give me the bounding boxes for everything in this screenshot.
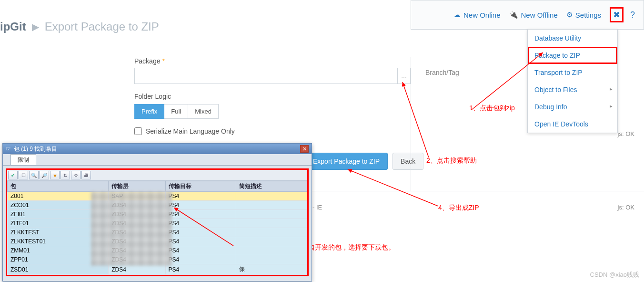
search-help-button[interactable]: ...: [397, 68, 411, 84]
menu-database-utility[interactable]: Database Utility: [528, 30, 617, 47]
cloud-icon: ☁: [453, 10, 461, 19]
sap-search-help-dialog: ☞ 包 (1) 9 找到条目 ✕ 限制 ✔ ☐ 🔍 🔎 ★ ⇅ ⚙ 🖶 包传输层…: [2, 143, 312, 282]
table-cell: PS4: [165, 255, 236, 264]
gear-icon: ⚙: [566, 10, 573, 19]
table-cell: PS4: [165, 201, 236, 210]
export-button[interactable]: Export Package to ZIP: [305, 153, 388, 170]
new-offline-label: New Offline: [521, 11, 558, 19]
menu-transport-to-zip[interactable]: Transport to ZIP: [528, 64, 617, 81]
table-cell: PS4: [165, 192, 236, 201]
menu-object-to-files[interactable]: Object to Files: [528, 81, 617, 98]
sap-col-header[interactable]: 简短描述: [236, 181, 307, 192]
table-cell: PS4: [165, 210, 236, 219]
tb-print-icon[interactable]: 🖶: [81, 171, 91, 179]
plug-icon: 🔌: [509, 10, 518, 19]
new-offline-link[interactable]: 🔌 New Offline: [509, 10, 558, 19]
tb-star-icon[interactable]: ★: [50, 171, 60, 179]
table-cell: PS4: [165, 246, 236, 255]
form-actions: Export Package to ZIP Back: [305, 153, 423, 170]
required-star: *: [162, 57, 164, 65]
package-input[interactable]: [134, 68, 397, 84]
menu-package-to-zip[interactable]: Package to ZIP: [528, 47, 617, 64]
table-cell: PS4: [165, 228, 236, 237]
export-form: Package * ... Folder Logic Prefix Full M…: [134, 57, 411, 135]
tb-ok-icon[interactable]: ✔: [8, 171, 18, 179]
settings-link[interactable]: ⚙ Settings: [566, 10, 601, 19]
sap-dialog-title: ☞ 包 (1) 9 找到条目 ✕: [3, 144, 312, 154]
table-cell: [236, 219, 307, 228]
mosaic-censored: [91, 191, 172, 266]
tb-settings-icon[interactable]: ⚙: [71, 171, 80, 179]
folder-logic-group: Prefix Full Mixed: [134, 104, 411, 119]
tools-icon[interactable]: ✖: [610, 7, 624, 22]
annotation-4: 4、导出成ZIP: [438, 204, 479, 212]
seg-prefix[interactable]: Prefix: [134, 104, 164, 119]
title-sep: ▶: [32, 21, 39, 32]
table-cell: [236, 210, 307, 219]
package-label-text: Package: [134, 57, 160, 65]
table-cell: PS4: [165, 264, 236, 275]
page-title: ipGit ▶ Export Package to ZIP: [0, 20, 159, 33]
table-cell: [236, 201, 307, 210]
sap-col-header[interactable]: 传输层: [109, 181, 165, 192]
menu-open-ie-devtools[interactable]: Open IE DevTools: [528, 115, 617, 133]
help-icon[interactable]: ?: [630, 10, 635, 20]
tb-find-icon[interactable]: 🔍: [29, 171, 39, 179]
sap-col-header[interactable]: 传输目标: [165, 181, 236, 192]
table-cell: [236, 192, 307, 201]
seg-mixed[interactable]: Mixed: [188, 104, 219, 119]
table-cell: [236, 228, 307, 237]
sap-toolbar: ✔ ☐ 🔍 🔎 ★ ⇅ ⚙ 🖶: [7, 170, 307, 181]
sap-col-header[interactable]: 包: [8, 181, 109, 192]
table-cell: PS4: [165, 237, 236, 246]
table-cell: [236, 246, 307, 255]
serialize-checkbox[interactable]: [134, 127, 142, 135]
js-ok-1: js: OK: [618, 130, 634, 137]
serialize-label: Serialize Main Language Only: [146, 127, 235, 135]
watermark: CSDN @xiao贱贱: [590, 271, 640, 279]
table-cell: 倮: [236, 264, 307, 275]
sap-dialog-title-text: 包 (1) 9 找到条目: [14, 145, 57, 153]
sap-close-button[interactable]: ✕: [300, 145, 309, 153]
tb-sort-icon[interactable]: ⇅: [60, 171, 70, 179]
topbar: ☁ New Online 🔌 New Offline ⚙ Settings ✖ …: [411, 0, 644, 30]
title-sub: Export Package to ZIP: [45, 20, 159, 33]
table-cell: [236, 237, 307, 246]
package-label: Package *: [134, 57, 411, 65]
table-cell: PS4: [165, 219, 236, 228]
sap-dialog-icon: ☞: [6, 146, 11, 152]
sap-tabs: 限制: [3, 154, 312, 166]
tb-copy-icon[interactable]: ☐: [19, 171, 28, 179]
table-cell: [236, 255, 307, 264]
sap-tab-limit[interactable]: 限制: [10, 154, 36, 165]
title-main: ipGit: [0, 20, 26, 33]
js-ok-2: js: OK: [618, 204, 634, 211]
folder-logic-label: Folder Logic: [134, 93, 411, 100]
tb-findnext-icon[interactable]: 🔎: [40, 171, 49, 179]
settings-label: Settings: [575, 11, 601, 19]
new-online-link[interactable]: ☁ New Online: [453, 10, 501, 19]
new-online-label: New Online: [463, 11, 501, 19]
seg-full[interactable]: Full: [164, 104, 188, 119]
tools-menu: Database Utility Package to ZIP Transpor…: [527, 29, 618, 133]
menu-debug-info[interactable]: Debug Info: [528, 98, 617, 115]
